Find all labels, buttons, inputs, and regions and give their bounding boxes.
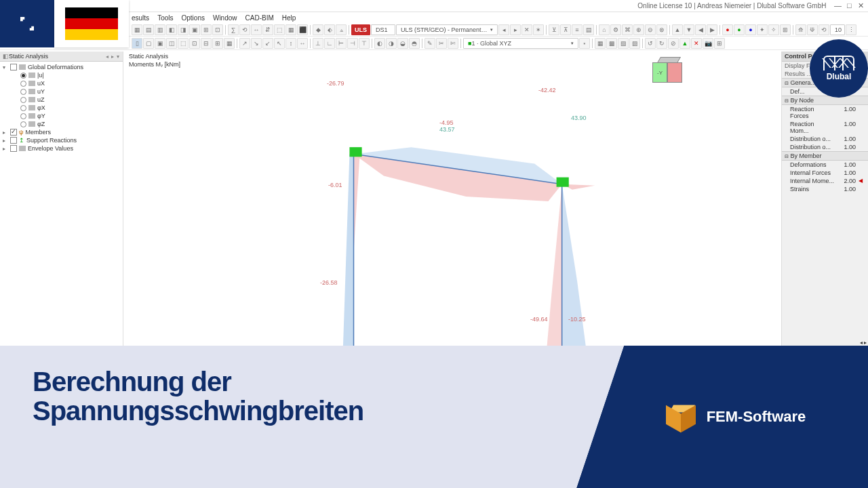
tool-icon[interactable]: ⊡ (189, 38, 200, 49)
tool-icon[interactable]: ⋮ (846, 24, 856, 35)
tool-icon[interactable]: ⟱ (807, 24, 818, 35)
tool-icon[interactable]: ↘ (251, 38, 262, 49)
tool-icon[interactable]: ◨ (178, 24, 189, 35)
tool-icon[interactable]: ⬖ (324, 24, 335, 35)
cs-dropdown[interactable]: ■ 1 · Global XYZ▾ (463, 38, 578, 49)
tool-icon[interactable]: ▤ (143, 24, 154, 35)
tool-icon[interactable]: ✕ (521, 24, 532, 35)
panel-header[interactable]: ◧ Static Analysis ◂ ▸ ▾ (0, 52, 123, 62)
section-by-member[interactable]: By Member (791, 152, 822, 159)
tool-icon[interactable]: ⟰ (795, 24, 806, 35)
tool-icon[interactable]: ⊟ (201, 38, 212, 49)
tool-icon[interactable]: ↖ (274, 38, 285, 49)
tool-icon[interactable]: ● (734, 24, 745, 35)
uls-badge[interactable]: ULS (351, 24, 370, 35)
tool-icon[interactable]: ⊻ (549, 24, 559, 35)
close-button[interactable]: ✕ (856, 1, 865, 10)
tool-icon[interactable]: ◑ (386, 38, 397, 49)
tool-icon[interactable]: ▦ (595, 38, 606, 49)
tool-icon[interactable]: ⊞ (212, 38, 223, 49)
tool-icon[interactable]: ∟ (324, 38, 335, 49)
tool-icon[interactable]: ↺ (645, 38, 656, 49)
tool-icon[interactable]: ▩ (606, 38, 617, 49)
factor-row[interactable]: Reaction Forces (790, 106, 834, 119)
tool-icon[interactable]: ⊣ (347, 38, 358, 49)
tool-icon[interactable]: ▥ (155, 24, 165, 35)
tool-icon[interactable]: ↔ (251, 24, 262, 35)
step-back-icon[interactable]: ◂ (498, 24, 509, 35)
factor-row[interactable]: Distribution o... (790, 136, 831, 142)
tool-icon[interactable]: ▦ (285, 24, 296, 35)
tree-phix[interactable]: φX (37, 104, 45, 111)
tool-icon[interactable]: ✂ (436, 38, 447, 49)
tool-icon[interactable]: ✧ (768, 24, 779, 35)
factor-row[interactable]: Deformations (790, 161, 827, 168)
tool-icon[interactable]: ▨ (629, 38, 640, 49)
step-fwd-icon[interactable]: ▸ (510, 24, 521, 35)
tool-icon[interactable]: ⇵ (262, 24, 273, 35)
camera-icon[interactable]: 📷 (703, 38, 713, 49)
tool-icon[interactable]: ↔ (297, 38, 308, 49)
tool-icon[interactable]: ◫ (166, 38, 177, 49)
tool-icon[interactable]: ⊞ (714, 38, 725, 49)
tool-icon[interactable]: ⊕ (633, 24, 644, 35)
factor-row[interactable]: Strains (790, 186, 809, 192)
tool-icon[interactable]: ⬚ (274, 24, 285, 35)
tool-icon[interactable]: ▤ (583, 24, 594, 35)
factor-row[interactable]: Distribution o... (790, 144, 831, 150)
tool-icon[interactable]: ▦ (132, 24, 142, 35)
tool-icon[interactable]: ⚙ (610, 24, 621, 35)
nav-cube[interactable]: -Y (650, 54, 688, 92)
tree-envelope[interactable]: Envelope Values (28, 145, 73, 152)
tool-icon[interactable]: ↗ (239, 38, 250, 49)
tool-icon[interactable]: ⌘ (622, 24, 633, 35)
tool-icon[interactable]: ≡ (572, 24, 583, 35)
tool-icon[interactable]: ◧ (166, 24, 177, 35)
tool-icon[interactable]: ⊞ (201, 24, 212, 35)
tool-icon[interactable]: ⟲ (818, 24, 829, 35)
tool-icon[interactable]: ▣ (189, 24, 200, 35)
tool-icon[interactable]: ✕ (691, 38, 702, 49)
tree-ux[interactable]: uX (37, 80, 45, 87)
tool-icon[interactable]: ● (745, 24, 756, 35)
tool-icon[interactable]: ✎ (425, 38, 435, 49)
tool-icon[interactable]: ↻ (656, 38, 667, 49)
minimize-button[interactable]: — (833, 1, 842, 9)
section-by-node[interactable]: By Node (791, 97, 814, 104)
tool-icon[interactable]: ▢ (143, 38, 154, 49)
tool-icon[interactable]: ⊼ (560, 24, 571, 35)
tree-uy[interactable]: uY (37, 88, 45, 95)
tool-icon[interactable]: ⊤ (359, 38, 370, 49)
tool-icon[interactable]: ✦ (757, 24, 768, 35)
tool-icon[interactable]: ⊘ (668, 38, 679, 49)
factor-row[interactable]: Internal Forces (790, 169, 831, 176)
menu-results[interactable]: esults (132, 14, 149, 22)
tool-icon[interactable]: ↕ (285, 38, 296, 49)
tool-icon[interactable]: ⟁ (336, 24, 347, 35)
tool-icon[interactable]: ⊡ (212, 24, 223, 35)
tool-icon[interactable]: ◀ (695, 24, 706, 35)
tree-global-deformations[interactable]: Global Deformations (28, 64, 83, 70)
tool-icon[interactable]: ◐ (374, 38, 385, 49)
menu-help[interactable]: Help (282, 14, 296, 22)
tree-support-reactions[interactable]: Support Reactions (26, 137, 77, 144)
tool-icon[interactable]: ⟲ (239, 24, 250, 35)
menu-options[interactable]: Options (181, 14, 204, 22)
loadcase-dropdown[interactable]: ULS (STR/GEO) - Permanent…▾ (396, 24, 498, 35)
tool-icon[interactable]: ⋆ (579, 38, 590, 49)
menu-cadbim[interactable]: CAD-BIM (245, 14, 274, 22)
factor-row[interactable]: Reaction Mom... (790, 121, 834, 134)
tool-icon[interactable]: ◒ (397, 38, 408, 49)
tool-icon[interactable]: ▧ (618, 38, 629, 49)
tool-icon[interactable]: ▣ (155, 38, 165, 49)
tree-phiy[interactable]: φY (37, 113, 45, 119)
maximize-button[interactable]: □ (844, 1, 854, 9)
tool-icon[interactable]: ⊗ (656, 24, 667, 35)
menu-window[interactable]: Window (213, 14, 237, 22)
tool-icon[interactable]: ⊖ (645, 24, 656, 35)
tool-icon[interactable]: ⬛ (297, 24, 308, 35)
tool-icon[interactable]: ✄ (448, 38, 458, 49)
tool-icon[interactable]: ⊞ (780, 24, 791, 35)
tool-icon[interactable]: ↙ (262, 38, 273, 49)
tool-icon[interactable]: ▲ (672, 24, 683, 35)
